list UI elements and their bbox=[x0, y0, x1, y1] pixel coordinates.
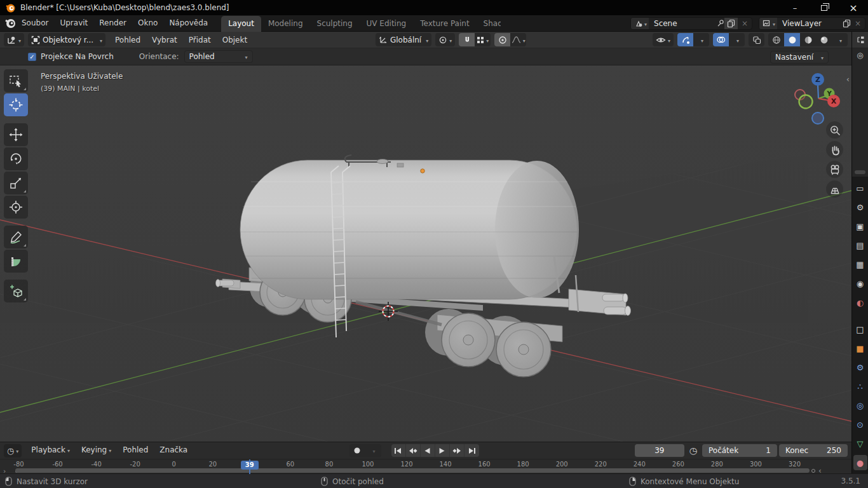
visibility-dropdown[interactable] bbox=[653, 33, 674, 46]
camera-object-icon[interactable]: ◎ bbox=[857, 51, 863, 177]
shading-wireframe-button[interactable] bbox=[768, 33, 784, 46]
xray-toggle[interactable] bbox=[749, 33, 764, 46]
jump-to-start-button[interactable] bbox=[391, 444, 406, 457]
workspace-tab[interactable]: Modeling bbox=[261, 16, 310, 32]
scene-selector[interactable]: Scene bbox=[630, 17, 752, 30]
overlays-toggle[interactable] bbox=[713, 33, 729, 46]
viewport-menu-item[interactable]: Vybrat bbox=[146, 32, 183, 48]
falloff-dropdown[interactable] bbox=[510, 33, 526, 46]
tank-wagon-model[interactable] bbox=[216, 155, 631, 377]
outliner-header[interactable] bbox=[852, 32, 868, 48]
tab-world[interactable]: ◐ bbox=[853, 295, 867, 310]
viewport-menu-item[interactable]: Pohled bbox=[109, 32, 146, 48]
viewport-menu-item[interactable]: Objekt bbox=[217, 32, 253, 48]
properties-editor-type-icon[interactable]: ▭ bbox=[853, 180, 867, 196]
tool-scale[interactable] bbox=[4, 172, 28, 194]
tool-transform[interactable] bbox=[4, 196, 28, 219]
prev-keyframe-button[interactable] bbox=[406, 444, 421, 457]
viewlayer-icon[interactable] bbox=[759, 18, 777, 29]
shading-dropdown[interactable] bbox=[832, 33, 848, 46]
navigation-gizmo[interactable]: Z Y X bbox=[795, 73, 840, 124]
viewport-3d[interactable]: Z Y X Perspektiva Uživatele (39) MAIN | … bbox=[0, 65, 851, 442]
gizmo-x-label[interactable]: X bbox=[831, 97, 837, 105]
restore-button[interactable] bbox=[810, 0, 839, 15]
jump-to-end-button[interactable] bbox=[465, 444, 479, 457]
gizmo-neg-z[interactable] bbox=[812, 112, 824, 124]
new-viewlayer-icon[interactable] bbox=[843, 19, 851, 27]
proportional-edit-toggle[interactable] bbox=[494, 33, 510, 46]
overlays-dropdown[interactable] bbox=[729, 33, 745, 46]
menu-item[interactable]: Okno bbox=[132, 15, 163, 31]
scrollbar-end-handle[interactable] bbox=[811, 469, 815, 473]
tab-constraints[interactable]: ⊙ bbox=[853, 417, 867, 432]
workspace-tab[interactable]: UV Editing bbox=[360, 16, 414, 32]
viewport-menu-item[interactable]: Přidat bbox=[183, 32, 217, 48]
settings-dropdown[interactable]: Nastavení bbox=[770, 51, 829, 64]
current-frame-field[interactable]: 39 bbox=[635, 444, 684, 457]
menu-item[interactable]: Nápověda bbox=[163, 15, 214, 31]
snap-toggle-magnet-icon[interactable] bbox=[459, 33, 475, 46]
play-button[interactable] bbox=[435, 444, 450, 457]
tab-object[interactable]: ■ bbox=[853, 341, 867, 356]
auto-key-dropdown[interactable] bbox=[365, 444, 381, 458]
pivot-point-dropdown[interactable] bbox=[435, 33, 455, 46]
tool-select-box[interactable] bbox=[4, 69, 28, 92]
snap-to-dropdown[interactable] bbox=[475, 33, 491, 46]
tool-move[interactable] bbox=[4, 123, 28, 146]
tab-particles[interactable]: ∴ bbox=[853, 379, 867, 394]
scene-name[interactable]: Scene bbox=[649, 19, 682, 28]
outliner-scrollbar[interactable] bbox=[855, 170, 865, 174]
tool-add-cube[interactable] bbox=[4, 280, 28, 302]
blender-menu-icon[interactable] bbox=[5, 18, 16, 29]
timeline-menu-item[interactable]: Značka bbox=[154, 442, 193, 459]
tab-render[interactable]: ▣ bbox=[853, 219, 867, 234]
auto-key-record-button[interactable] bbox=[349, 444, 365, 458]
gizmo-toggle[interactable] bbox=[677, 33, 693, 46]
workspace-tab[interactable]: Sculpting bbox=[310, 16, 360, 32]
ortho-grid-icon[interactable] bbox=[826, 180, 843, 198]
camera-view-icon[interactable] bbox=[826, 161, 843, 178]
tab-view-layer[interactable]: ▦ bbox=[853, 257, 867, 272]
tab-tool[interactable]: ⚙ bbox=[853, 200, 867, 215]
mode-dropdown[interactable]: Objektový r... bbox=[28, 33, 105, 46]
shading-solid-button[interactable] bbox=[784, 33, 800, 46]
next-keyframe-button[interactable] bbox=[450, 444, 465, 457]
minimize-button[interactable] bbox=[780, 0, 810, 15]
workspace-tab[interactable]: Texture Paint bbox=[413, 16, 476, 32]
gizmo-neg-y[interactable] bbox=[799, 95, 813, 109]
tab-scene[interactable]: ◉ bbox=[853, 276, 867, 291]
playhead-badge[interactable]: 39 bbox=[241, 461, 259, 470]
cursor-orientation-dropdown[interactable]: Pohled bbox=[184, 50, 253, 63]
stopwatch-icon[interactable]: ◷ bbox=[689, 445, 697, 456]
timeline-scrollbar[interactable] bbox=[15, 468, 810, 473]
workspace-tab[interactable]: Shading bbox=[477, 16, 501, 32]
workspace-tab[interactable]: Layout bbox=[221, 16, 261, 32]
tool-rotate[interactable] bbox=[4, 147, 28, 170]
editor-type-button[interactable] bbox=[4, 33, 24, 46]
sidebar-collapse-arrow[interactable] bbox=[846, 74, 850, 84]
tab-physics[interactable]: ◎ bbox=[853, 398, 867, 413]
scene-icon[interactable] bbox=[631, 18, 649, 29]
tab-output[interactable]: ▤ bbox=[853, 238, 867, 253]
close-button[interactable] bbox=[839, 0, 868, 15]
tab-material[interactable]: ● bbox=[853, 455, 867, 470]
frame-start-field[interactable]: Počátek 1 bbox=[702, 444, 777, 457]
projection-checkbox[interactable] bbox=[28, 53, 36, 61]
outliner-body[interactable]: ◎ bbox=[852, 48, 868, 177]
timeline-menu-item[interactable]: Playback bbox=[25, 442, 76, 459]
menu-item[interactable]: Upravit bbox=[54, 15, 93, 31]
tab-data[interactable]: ▽ bbox=[853, 436, 867, 451]
timeline-menu-item[interactable]: Keying bbox=[76, 442, 117, 459]
transform-orientation-dropdown[interactable]: Globální bbox=[376, 33, 431, 46]
timeline-menu-item[interactable]: Pohled bbox=[117, 442, 154, 459]
tool-annotate[interactable] bbox=[4, 226, 28, 248]
timeline-ruler[interactable]: -80-60-40-200206080100120140160180200220… bbox=[0, 459, 851, 473]
menu-item[interactable]: Render bbox=[93, 15, 132, 31]
tool-measure[interactable] bbox=[4, 250, 28, 273]
frame-end-field[interactable]: Konec 250 bbox=[779, 444, 848, 457]
viewlayer-selector[interactable]: ViewLayer bbox=[759, 17, 865, 30]
shading-material-button[interactable] bbox=[800, 33, 816, 46]
play-reverse-button[interactable] bbox=[421, 444, 435, 457]
tab-modifiers[interactable]: ⚙ bbox=[853, 360, 867, 375]
shading-rendered-button[interactable] bbox=[816, 33, 832, 46]
